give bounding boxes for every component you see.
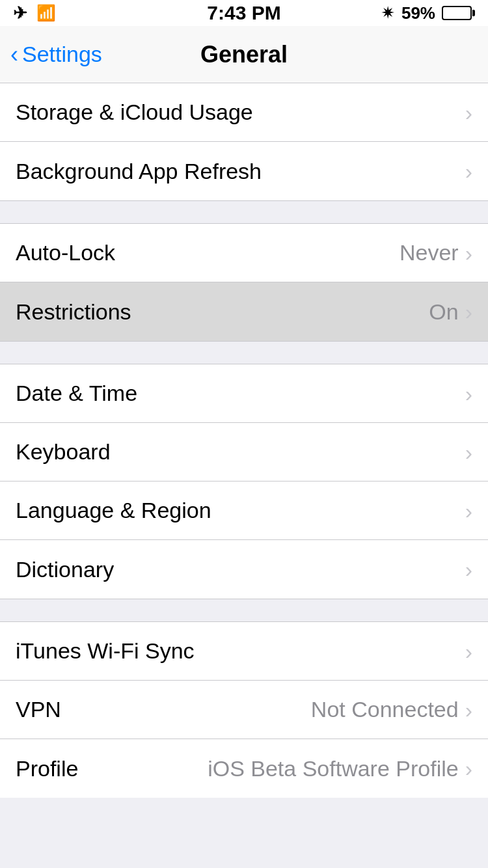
- vpn-item[interactable]: VPN Not Connected ›: [0, 681, 488, 739]
- autolock-value: Never: [400, 240, 459, 265]
- autolock-item[interactable]: Auto-Lock Never ›: [0, 224, 488, 282]
- back-button[interactable]: ‹ Settings: [10, 42, 102, 67]
- keyboard-right: ›: [465, 441, 472, 463]
- profile-value: iOS Beta Software Profile: [208, 756, 459, 781]
- itunes-sync-right: ›: [465, 640, 472, 662]
- battery-icon: [442, 6, 475, 20]
- storage-item[interactable]: Storage & iCloud Usage ›: [0, 83, 488, 142]
- keyboard-chevron-icon: ›: [465, 441, 472, 463]
- autolock-right: Never ›: [400, 240, 472, 265]
- section-1: Storage & iCloud Usage › Background App …: [0, 83, 488, 200]
- itunes-sync-chevron-icon: ›: [465, 640, 472, 662]
- language-right: ›: [465, 500, 472, 522]
- restrictions-item[interactable]: Restrictions On ›: [0, 282, 488, 341]
- status-left: ✈ 📶: [13, 3, 56, 23]
- datetime-item[interactable]: Date & Time ›: [0, 364, 488, 423]
- background-refresh-chevron-icon: ›: [465, 160, 472, 182]
- restrictions-value: On: [429, 299, 458, 325]
- restrictions-label: Restrictions: [16, 299, 131, 325]
- status-right: ✴ 59%: [381, 3, 475, 23]
- storage-chevron-icon: ›: [465, 102, 472, 124]
- status-bar: ✈ 📶 7:43 PM ✴ 59%: [0, 0, 488, 26]
- vpn-value: Not Connected: [311, 697, 459, 722]
- autolock-label: Auto-Lock: [16, 240, 115, 265]
- itunes-sync-label: iTunes Wi-Fi Sync: [16, 638, 195, 664]
- restrictions-right: On ›: [429, 299, 472, 325]
- vpn-right: Not Connected ›: [311, 697, 472, 722]
- language-label: Language & Region: [16, 498, 211, 523]
- section-4: iTunes Wi-Fi Sync › VPN Not Connected › …: [0, 622, 488, 798]
- divider-3: [0, 599, 488, 622]
- vpn-label: VPN: [16, 697, 61, 722]
- storage-label: Storage & iCloud Usage: [16, 100, 253, 125]
- language-chevron-icon: ›: [465, 500, 472, 522]
- dictionary-item[interactable]: Dictionary ›: [0, 540, 488, 599]
- nav-bar: ‹ Settings General: [0, 26, 488, 83]
- datetime-right: ›: [465, 383, 472, 405]
- back-chevron-icon: ‹: [10, 43, 18, 66]
- datetime-chevron-icon: ›: [465, 383, 472, 405]
- background-refresh-item[interactable]: Background App Refresh ›: [0, 142, 488, 200]
- vpn-chevron-icon: ›: [465, 699, 472, 721]
- profile-right: iOS Beta Software Profile ›: [208, 756, 472, 781]
- page-title: General: [200, 41, 288, 68]
- divider-2: [0, 341, 488, 364]
- status-time: 7:43 PM: [207, 2, 280, 24]
- autolock-chevron-icon: ›: [465, 242, 472, 264]
- airplane-icon: ✈: [13, 3, 27, 23]
- keyboard-label: Keyboard: [16, 439, 111, 465]
- datetime-label: Date & Time: [16, 381, 137, 406]
- keyboard-item[interactable]: Keyboard ›: [0, 423, 488, 481]
- divider-1: [0, 200, 488, 224]
- wifi-icon: 📶: [36, 4, 56, 22]
- restrictions-chevron-icon: ›: [465, 301, 472, 323]
- dictionary-label: Dictionary: [16, 557, 114, 582]
- section-3: Date & Time › Keyboard › Language & Regi…: [0, 364, 488, 599]
- background-refresh-right: ›: [465, 160, 472, 182]
- bluetooth-icon: ✴: [381, 3, 395, 23]
- storage-right: ›: [465, 102, 472, 124]
- dictionary-right: ›: [465, 558, 472, 580]
- battery-percent: 59%: [401, 3, 435, 23]
- profile-item[interactable]: Profile iOS Beta Software Profile ›: [0, 739, 488, 798]
- profile-chevron-icon: ›: [465, 757, 472, 780]
- profile-label: Profile: [16, 756, 78, 781]
- language-item[interactable]: Language & Region ›: [0, 481, 488, 540]
- dictionary-chevron-icon: ›: [465, 558, 472, 580]
- back-label: Settings: [22, 42, 102, 67]
- section-2: Auto-Lock Never › Restrictions On ›: [0, 224, 488, 341]
- background-refresh-label: Background App Refresh: [16, 159, 262, 184]
- itunes-sync-item[interactable]: iTunes Wi-Fi Sync ›: [0, 622, 488, 681]
